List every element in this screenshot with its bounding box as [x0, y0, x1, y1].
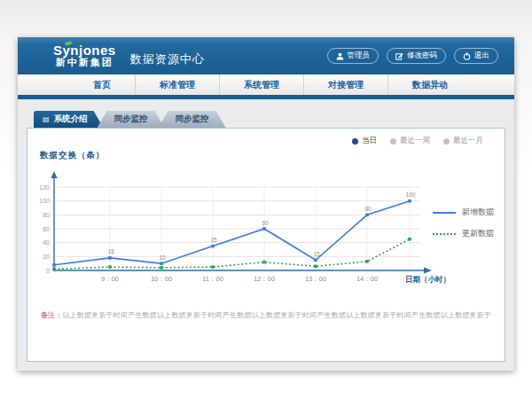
svg-text:60: 60 [43, 226, 50, 232]
svg-text:9：00: 9：00 [101, 275, 119, 283]
svg-text:20: 20 [43, 254, 50, 260]
main-nav: 首页 标准管理 系统管理 对接管理 数据异动 [18, 74, 514, 95]
tab-sync-monitor-1[interactable]: 同步监控 [98, 111, 165, 128]
filter-option-label: 当日 [362, 136, 377, 146]
radio-dot-icon [390, 138, 396, 145]
filter-option-label: 最近一月 [453, 136, 483, 146]
content-area: ▤ 系统介绍 同步监控 同步监控 当日 最近一周 [18, 99, 514, 362]
radio-dot-icon [352, 138, 358, 145]
legend-label: 更新数据 [462, 228, 494, 239]
tab-sync-monitor-2[interactable]: 同步监控 [159, 111, 226, 128]
svg-text:11：00: 11：00 [202, 275, 223, 283]
note-prefix: 备注： [41, 311, 63, 319]
change-password-button[interactable]: 修改密码 [387, 48, 446, 64]
filter-option-last-month[interactable]: 最近一月 [443, 136, 483, 146]
nav-item-home[interactable]: 首页 [69, 74, 136, 95]
svg-text:80: 80 [43, 212, 50, 218]
nav-item-standard-mgmt[interactable]: 标准管理 [136, 74, 220, 95]
nav-item-integration-mgmt[interactable]: 对接管理 [304, 74, 388, 95]
svg-text:120: 120 [39, 184, 50, 191]
svg-text:35: 35 [210, 237, 217, 243]
svg-text:80: 80 [364, 206, 372, 212]
logo-wordmark: Synjones [53, 43, 116, 58]
logout-button[interactable]: 退出 [454, 48, 498, 64]
nav-item-system-mgmt[interactable]: 系统管理 [220, 74, 304, 95]
svg-text:18: 18 [107, 248, 114, 254]
power-icon [463, 52, 471, 60]
radio-dot-icon [443, 138, 450, 145]
svg-text:100: 100 [39, 198, 50, 204]
svg-text:15: 15 [313, 251, 320, 257]
svg-text:12：00: 12：00 [254, 275, 275, 283]
legend-label: 新增数据 [462, 207, 494, 218]
nav-item-data-changes[interactable]: 数据异动 [388, 74, 472, 95]
legend-item-updated-data: 更新数据 [433, 228, 494, 239]
filter-option-today[interactable]: 当日 [352, 136, 377, 146]
edit-icon [395, 52, 403, 60]
logout-label: 退出 [474, 51, 489, 61]
svg-text:40: 40 [43, 239, 50, 246]
document-icon: ▤ [43, 116, 50, 123]
tab-label: 同步监控 [176, 113, 209, 125]
footer-note: 备注：以上数据更新于时间产生数据以上数据更新于时间产生数据以上数据更新于时间产生… [27, 310, 505, 320]
filter-option-last-week[interactable]: 最近一周 [390, 136, 430, 146]
note-text: 以上数据更新于时间产生数据以上数据更新于时间产生数据以上数据更新于时间产生数据以… [62, 311, 491, 319]
top-bar: Synjones 新中新集团 数据资源中心 管理员 修改密码 [18, 37, 514, 74]
line-chart: 0204060801001209：0010：0011：0012：0013：001… [35, 156, 496, 291]
svg-text:10：00: 10：00 [151, 275, 172, 283]
dotted-line-swatch-icon [433, 233, 456, 235]
brand-logo: Synjones 新中新集团 [53, 43, 116, 67]
current-user-button[interactable]: 管理员 [327, 48, 379, 64]
tab-label: 系统介绍 [54, 113, 88, 125]
logo-company-name: 新中新集团 [53, 58, 116, 68]
svg-text:0: 0 [46, 268, 50, 274]
change-password-label: 修改密码 [407, 51, 437, 61]
legend-item-new-data: 新增数据 [433, 207, 494, 218]
user-icon [336, 52, 344, 60]
filter-option-label: 最近一周 [400, 136, 430, 146]
app-window: Synjones 新中新集团 数据资源中心 管理员 修改密码 [18, 37, 514, 371]
user-actions: 管理员 修改密码 退出 [327, 48, 499, 64]
svg-text:13：00: 13：00 [305, 275, 326, 283]
tab-system-intro[interactable]: ▤ 系统介绍 [34, 111, 104, 128]
current-user-label: 管理员 [348, 51, 371, 61]
svg-text:100: 100 [406, 192, 416, 198]
time-range-filter: 当日 最近一周 最近一月 [352, 136, 483, 146]
svg-text:10: 10 [159, 254, 166, 261]
tab-label: 同步监控 [114, 113, 148, 125]
svg-text:14：00: 14：00 [356, 275, 378, 283]
solid-line-swatch-icon [433, 212, 456, 214]
app-title: 数据资源中心 [130, 51, 205, 67]
tab-bar: ▤ 系统介绍 同步监控 同步监控 [34, 111, 505, 128]
svg-text:60: 60 [262, 220, 269, 226]
series-legend: 新增数据 更新数据 [433, 207, 494, 249]
chart-panel: 当日 最近一周 最近一月 数据交换（条） 0204060801001209：00… [27, 128, 505, 362]
svg-text:日期（小时）: 日期（小时） [405, 275, 450, 284]
